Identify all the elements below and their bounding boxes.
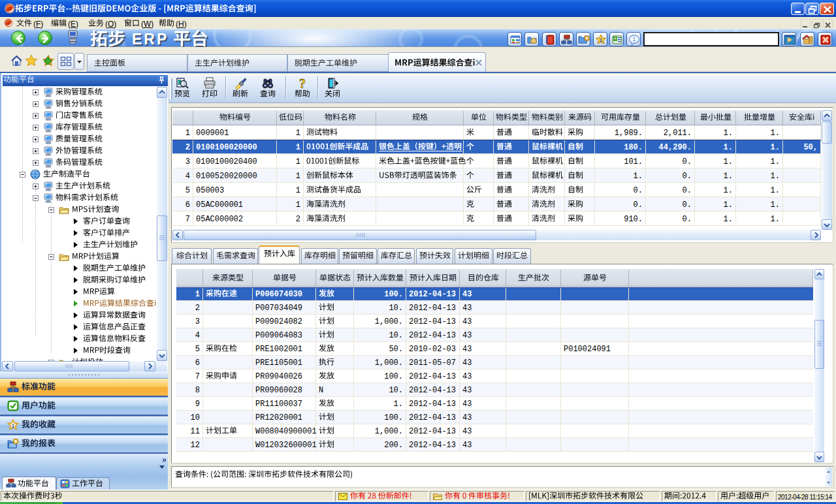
svg-text:1: 1 [600,37,603,43]
svg-text:1: 1 [12,423,15,429]
svg-text:1: 1 [632,36,635,42]
svg-text:?: ? [299,77,306,89]
